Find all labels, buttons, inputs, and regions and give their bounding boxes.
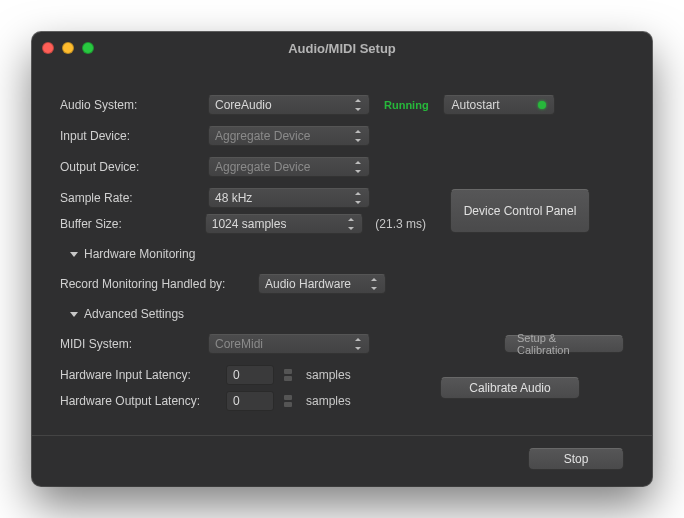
- samples-unit: samples: [302, 394, 358, 408]
- autostart-label: Autostart: [452, 98, 500, 112]
- window-title: Audio/MIDI Setup: [32, 41, 652, 56]
- hw-output-latency-label: Hardware Output Latency:: [60, 394, 218, 408]
- hw-output-latency-value: 0: [233, 394, 240, 408]
- chevron-updown-icon: [353, 99, 363, 111]
- hw-input-latency-input[interactable]: 0: [226, 365, 274, 385]
- minimize-icon[interactable]: [62, 42, 74, 54]
- input-device-value: Aggregate Device: [215, 129, 310, 143]
- status-running: Running: [378, 99, 435, 111]
- advanced-settings-toggle[interactable]: Advanced Settings: [60, 302, 624, 326]
- midi-system-value: CoreMidi: [215, 337, 263, 351]
- sample-rate-value: 48 kHz: [215, 191, 252, 205]
- chevron-updown-icon: [369, 278, 379, 290]
- record-monitoring-label: Record Monitoring Handled by:: [60, 277, 250, 291]
- samples-unit: samples: [302, 368, 358, 382]
- audio-system-value: CoreAudio: [215, 98, 272, 112]
- zoom-icon[interactable]: [82, 42, 94, 54]
- hw-output-latency-input[interactable]: 0: [226, 391, 274, 411]
- titlebar: Audio/MIDI Setup: [32, 32, 652, 64]
- hw-input-latency-value: 0: [233, 368, 240, 382]
- output-device-select[interactable]: Aggregate Device: [208, 157, 370, 177]
- output-device-label: Output Device:: [60, 160, 200, 174]
- chevron-updown-icon: [353, 338, 363, 350]
- record-monitoring-value: Audio Hardware: [265, 277, 351, 291]
- hardware-monitoring-label: Hardware Monitoring: [84, 247, 195, 261]
- input-device-select[interactable]: Aggregate Device: [208, 126, 370, 146]
- hw-input-latency-stepper[interactable]: [284, 368, 294, 382]
- buffer-size-value: 1024 samples: [212, 217, 287, 231]
- window-controls: [42, 42, 94, 54]
- midi-system-select[interactable]: CoreMidi: [208, 334, 370, 354]
- autostart-toggle[interactable]: Autostart: [443, 95, 555, 115]
- sample-rate-label: Sample Rate:: [60, 191, 200, 205]
- audio-midi-setup-window: Audio/MIDI Setup Audio System: CoreAudio…: [32, 32, 652, 486]
- hw-output-latency-stepper[interactable]: [284, 394, 294, 408]
- hw-input-latency-label: Hardware Input Latency:: [60, 368, 218, 382]
- device-control-panel-button[interactable]: Device Control Panel: [450, 189, 590, 233]
- audio-system-label: Audio System:: [60, 98, 200, 112]
- hardware-monitoring-toggle[interactable]: Hardware Monitoring: [60, 242, 624, 266]
- output-device-value: Aggregate Device: [215, 160, 310, 174]
- footer: Stop: [32, 435, 652, 486]
- close-icon[interactable]: [42, 42, 54, 54]
- radio-on-icon: [538, 101, 546, 109]
- setup-calibration-label: Setup & Calibration: [504, 335, 624, 353]
- chevron-updown-icon: [353, 161, 363, 173]
- buffer-ms-text: (21.3 ms): [371, 217, 430, 231]
- chevron-updown-icon: [353, 130, 363, 142]
- chevron-updown-icon: [346, 218, 356, 230]
- disclosure-triangle-icon: [70, 252, 78, 257]
- audio-system-select[interactable]: CoreAudio: [208, 95, 370, 115]
- chevron-updown-icon: [353, 192, 363, 204]
- buffer-size-select[interactable]: 1024 samples: [205, 214, 364, 234]
- buffer-size-label: Buffer Size:: [60, 217, 197, 231]
- stop-button[interactable]: Stop: [528, 448, 624, 470]
- calibrate-audio-button[interactable]: Calibrate Audio: [440, 377, 580, 399]
- advanced-settings-label: Advanced Settings: [84, 307, 184, 321]
- record-monitoring-select[interactable]: Audio Hardware: [258, 274, 386, 294]
- disclosure-triangle-icon: [70, 312, 78, 317]
- input-device-label: Input Device:: [60, 129, 200, 143]
- sample-rate-select[interactable]: 48 kHz: [208, 188, 370, 208]
- midi-system-label: MIDI System:: [60, 337, 200, 351]
